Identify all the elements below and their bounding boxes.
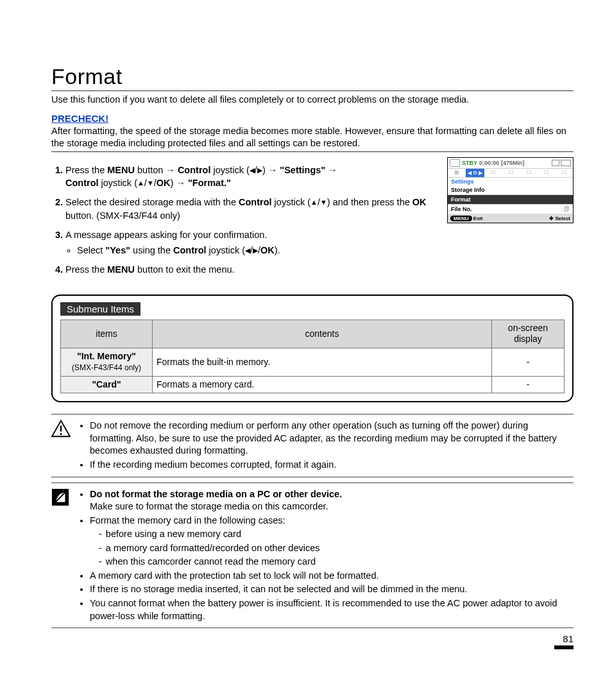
device-time: 0:00:00	[479, 160, 499, 166]
note-dash-2: a memory card formatted/recorded on othe…	[106, 542, 574, 555]
warning-box: Do not remove the recording medium or pe…	[51, 414, 574, 477]
precheck-label: PRECHECK!	[51, 113, 574, 124]
device-item-storage: Storage Info	[448, 185, 573, 195]
col-contents: contents	[153, 320, 492, 348]
settings-tab-icon: ◀ ⚙ ▶	[466, 169, 485, 177]
device-item-fileno: File No.: 🗐	[448, 205, 573, 214]
submenu-table: items contents on-screen display "Int. M…	[60, 320, 565, 394]
device-preview: STBY 0:00:00 [475Min] ▦ ◀ ⚙ ▶ ☐☐☐☐☐ Sett…	[447, 157, 574, 223]
svg-point-2	[60, 433, 62, 435]
step-4: Press the MENU button to exit the menu.	[65, 263, 441, 276]
device-statusbar: STBY 0:00:00 [475Min]	[448, 158, 573, 169]
note-bullet-1: Do not format the storage media on a PC …	[90, 488, 574, 513]
page-bar	[554, 645, 574, 649]
table-row: "Card" Formats a memory card. -	[61, 376, 565, 393]
device-tabs: ▦ ◀ ⚙ ▶ ☐☐☐☐☐	[448, 169, 573, 178]
camera-icon	[450, 159, 460, 167]
device-item-format: Format	[448, 195, 573, 205]
col-items: items	[61, 320, 153, 348]
note-box: Do not format the storage media on a PC …	[51, 482, 574, 629]
step-3-bullet: Select "Yes" using the Control joystick …	[77, 244, 441, 257]
intro-text: Use this function if you want to delete …	[51, 94, 574, 107]
submenu-label: Submenu Items	[60, 302, 140, 316]
warn-bullet-1: Do not remove the recording medium or pe…	[90, 420, 574, 457]
note-icon	[51, 488, 71, 506]
step-2: Select the desired storage media with th…	[65, 196, 441, 222]
precheck-text: After formatting, the speed of the stora…	[51, 125, 574, 150]
title-rule	[51, 90, 574, 91]
device-menu-list: Storage Info Format File No.: 🗐	[448, 185, 573, 214]
note-bullet-3: A memory card with the protection tab se…	[90, 570, 574, 583]
page-number: 81	[563, 633, 574, 644]
device-stby: STBY	[462, 160, 477, 166]
table-row: "Int. Memory"(SMX-F43/F44 only) Formats …	[61, 348, 565, 376]
note-bullet-4: If there is no storage media inserted, i…	[90, 583, 574, 596]
battery-icon	[552, 160, 571, 166]
warn-bullet-2: If the recording medium becomes corrupte…	[90, 459, 574, 472]
device-mins: [475Min]	[501, 160, 525, 166]
device-tab-label: Settings	[448, 178, 573, 185]
note-bullet-5: You cannot format when the battery power…	[90, 597, 574, 622]
page-title: Format	[51, 64, 574, 89]
note-dash-1: before using a new memory card	[106, 528, 574, 541]
precheck-rule	[51, 151, 574, 152]
step-1: Press the MENU button → Control joystick…	[65, 164, 441, 190]
steps-list: Press the MENU button → Control joystick…	[51, 164, 441, 277]
step-3: A message appears asking for your confir…	[65, 228, 441, 257]
submenu-box: Submenu Items items contents on-screen d…	[51, 295, 574, 403]
warning-icon	[51, 420, 71, 438]
page-number-block: 81	[51, 633, 574, 649]
note-bullet-2: Format the memory card in the following …	[90, 515, 574, 568]
col-osd: on-screen display	[492, 320, 565, 348]
note-dash-3: when this camcorder cannot read the memo…	[106, 556, 574, 568]
device-footer: MENU Exit ✥ Select	[448, 214, 573, 223]
